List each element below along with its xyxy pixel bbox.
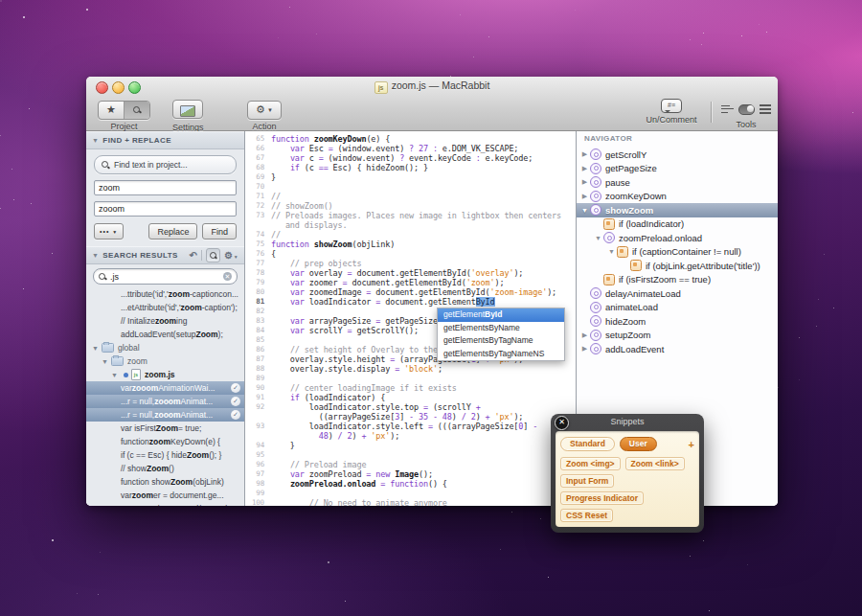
disclosure-triangle-icon[interactable]: ▶ (580, 193, 589, 200)
result-row[interactable]: var isFirstZoom = true; (86, 422, 244, 435)
find-replace-header[interactable]: ▼ FIND + REPLACE (86, 131, 244, 149)
disclosure-triangle-icon[interactable]: ▶ (580, 178, 589, 186)
result-row[interactable]: addLoadEvent(setupZoom); (86, 328, 244, 341)
snippets-tab-standard[interactable]: Standard (560, 437, 615, 451)
disclosure-triangle-icon[interactable]: ▼ (580, 207, 589, 214)
disclosure-triangle-icon[interactable]: ▼ (92, 345, 99, 352)
star-icon[interactable]: ★ (99, 102, 124, 119)
disclosure-triangle-icon[interactable]: ▶ (580, 150, 589, 158)
code-line[interactable]: 78 var overlay = document.getElementById… (245, 268, 576, 278)
add-snippet-button[interactable]: + (689, 439, 694, 450)
navigator-row[interactable]: ▶getPageSize (577, 162, 778, 176)
navigator-row[interactable]: ▶zoomKeyDown (577, 190, 778, 204)
result-row[interactable]: var zoomer = document.ge... (86, 489, 244, 502)
gear-icon[interactable]: ⚙▼ (224, 251, 238, 261)
settings-button[interactable] (172, 100, 203, 119)
autocomplete-item[interactable]: getElementsByTagNameNS (438, 348, 564, 361)
toggle-icon[interactable] (738, 104, 755, 115)
disclosure-triangle-icon[interactable]: ▼ (92, 252, 99, 259)
result-row[interactable]: // showZoom() (86, 462, 244, 475)
disclosure-triangle-icon[interactable]: ▼ (92, 137, 99, 144)
code-line[interactable]: 73// Preloads images. Places new image i… (245, 211, 576, 220)
replace-input[interactable] (94, 201, 237, 217)
result-row[interactable]: function showZoom(objLink) (86, 475, 244, 489)
snippet-pill[interactable]: Zoom <link> (625, 457, 685, 470)
result-folder-row[interactable]: ▼zoom (86, 354, 244, 368)
navigator-row[interactable]: animateLoad (577, 301, 778, 315)
result-row[interactable]: function zoomKeyDown(e) { (86, 435, 244, 448)
project-segmented-control[interactable]: ★ (98, 101, 150, 120)
code-line[interactable]: 94 } (245, 441, 576, 450)
snippet-pill[interactable]: Progress Indicator (560, 491, 644, 505)
code-line[interactable]: ((arrayPageSize[3] - 35 - 48) / 2) + 'px… (245, 412, 576, 422)
disclosure-triangle-icon[interactable]: ▶ (580, 165, 589, 172)
snippets-palette[interactable]: ✕ Snippets StandardUser+ Zoom <img>Zoom … (551, 414, 704, 533)
wrench-icon[interactable] (721, 104, 734, 114)
code-line[interactable]: 75function showZoom(objLink) (245, 240, 576, 249)
code-line[interactable]: 91 if (loadIndicator) { (245, 393, 576, 402)
navigator-row[interactable]: ▼zoomPreload.onload (577, 231, 778, 245)
code-line[interactable]: 93 loadIndicator.style.left = (((arrayPa… (245, 422, 576, 431)
navigator-row[interactable]: ▶setupZoom (577, 329, 778, 343)
search-results-header[interactable]: ▼ SEARCH RESULTS ↶ ⚙▼ (86, 246, 244, 264)
navigator-row[interactable]: ▼if (captionContainer != null) (577, 245, 778, 260)
result-row[interactable]: if (c == Esc) { hideZoom(); } (86, 448, 244, 462)
search-icon[interactable] (124, 102, 149, 119)
disclosure-triangle-icon[interactable]: ▶ (580, 331, 589, 339)
result-file-row[interactable]: ▼jszoom.js (86, 368, 244, 381)
code-line[interactable]: 97 var zoomPreload = new Image(); (245, 469, 576, 479)
find-input[interactable] (94, 180, 237, 195)
clear-icon[interactable]: ✕ (223, 272, 232, 281)
result-row[interactable]: ...ttribute('id','zoom-captioncon... (86, 287, 244, 301)
snippet-pill[interactable]: Zoom <img> (560, 457, 621, 470)
result-row[interactable]: ...etAttribute('id','zoom-caption'); (86, 301, 244, 314)
navigator-row[interactable]: if (isFirstZoom == true) (577, 273, 778, 287)
code-line[interactable]: 99 (245, 489, 576, 498)
navigator-row[interactable]: hideZoom (577, 314, 778, 329)
code-line[interactable]: 90 // center loadingImage if it exists (245, 383, 576, 393)
code-line[interactable]: 69} (245, 172, 576, 182)
code-line[interactable]: 79 var zoomer = document.getElementById(… (245, 278, 576, 287)
code-line[interactable]: and displays. (245, 220, 576, 230)
code-line[interactable]: 68 if (c == Esc) { hideZoom(); } (245, 163, 576, 172)
result-row-selected[interactable]: ...r = null, zooomAnimat...✓ (86, 408, 244, 422)
snippets-tab-user[interactable]: User (620, 437, 657, 451)
checkmark-icon[interactable]: ✓ (231, 410, 240, 420)
action-button[interactable]: ⚙ ▼ (247, 101, 282, 120)
search-mode-button[interactable] (206, 248, 220, 262)
code-line[interactable]: 67 var c = (window.event) ? event.keyCod… (245, 153, 576, 163)
uncomment-icon[interactable]: #≡ (661, 99, 682, 113)
code-line[interactable]: 65function zoomKeyDown(e) { (245, 134, 576, 144)
code-editor[interactable]: 65function zoomKeyDown(e) {66 var Esc = … (245, 131, 576, 506)
code-line[interactable]: 98 zoomPreload.onload = function() { (245, 479, 576, 489)
disclosure-triangle-icon[interactable]: ▼ (111, 372, 118, 378)
results-filter-field[interactable]: .js ✕ (93, 268, 238, 285)
navigator-row[interactable]: if (loadIndicator) (577, 217, 778, 232)
find-button[interactable]: Find (202, 223, 237, 240)
code-line[interactable]: 76{ (245, 249, 576, 259)
navigator-row[interactable]: ▶addLoadEvent (577, 342, 778, 356)
code-line[interactable]: 72// showZoom() (245, 201, 576, 211)
navigator-row[interactable]: ▶pause (577, 175, 778, 190)
checkmark-icon[interactable]: ✓ (231, 397, 240, 406)
code-line[interactable]: 80 var zoomedImage = document.getElement… (245, 287, 576, 297)
code-line[interactable]: 95 (245, 450, 576, 460)
code-line[interactable]: 77 // prep objects (245, 259, 576, 268)
undo-icon[interactable]: ↶ (189, 251, 197, 261)
code-line[interactable]: 89 (245, 374, 576, 383)
code-line[interactable]: 70 (245, 182, 576, 192)
snippet-pill[interactable]: Input Form (560, 474, 614, 488)
snippet-pill[interactable]: CSS Reset (560, 509, 613, 522)
navigator-row[interactable]: if (objLink.getAttribute('title')) (577, 259, 778, 273)
autocomplete-item[interactable]: getElementsByTagName (438, 334, 564, 348)
menu-icon[interactable] (760, 104, 771, 114)
autocomplete-item-selected[interactable]: getElementById (438, 308, 564, 322)
result-folder-row[interactable]: ▼global (86, 341, 244, 354)
code-line[interactable]: 81 var loadIndicator = document.getEleme… (245, 297, 576, 307)
navigator-row[interactable]: ▶getScrollY (577, 148, 778, 162)
result-row-selected[interactable]: ...r = null, zooomAnimat...✓ (86, 395, 244, 408)
title-bar[interactable]: jszoom.js — MacRabbit (86, 77, 778, 96)
disclosure-triangle-icon[interactable]: ▶ (580, 345, 589, 353)
code-line[interactable]: 74// (245, 230, 576, 240)
disclosure-triangle-icon[interactable]: ▼ (594, 235, 602, 241)
